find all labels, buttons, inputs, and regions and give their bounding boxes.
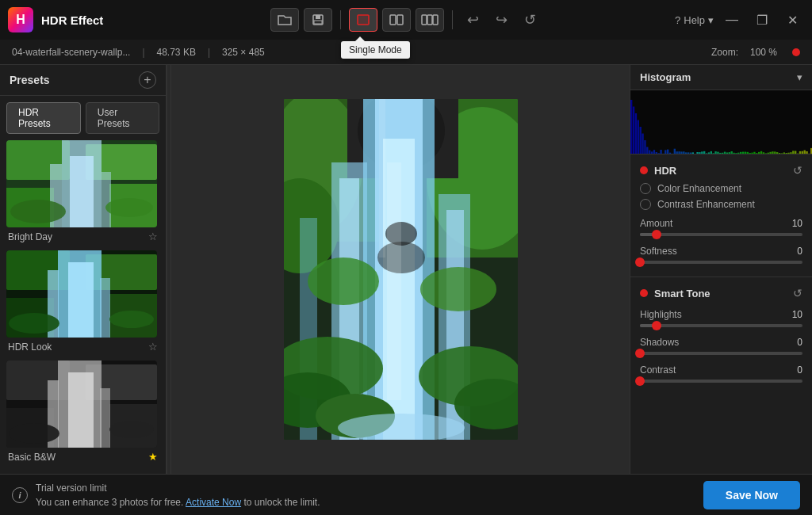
presets-header: Presets + [0, 65, 166, 96]
softness-label: Softness [640, 246, 677, 257]
preset-tabs: HDR Presets User Presets [0, 96, 166, 134]
contrast-slider-row: Contrast 0 [630, 361, 812, 389]
minimize-button[interactable]: — [720, 8, 744, 32]
activate-now-link[interactable]: Activate Now [186, 497, 241, 508]
open-folder-button[interactable] [270, 8, 299, 32]
preset-1-image [6, 140, 157, 227]
smart-tone-title: Smart Tone [654, 288, 710, 299]
split-mode-button[interactable] [382, 8, 411, 32]
redo-button[interactable]: ↪ [489, 8, 513, 32]
app-title: HDR Effect [41, 13, 103, 27]
svg-rect-26 [68, 262, 94, 338]
help-chevron-icon: ▾ [708, 14, 714, 26]
toolbar-separator [340, 10, 341, 29]
highlights-slider[interactable] [640, 324, 802, 327]
smart-tone-reset-button[interactable]: ↺ [793, 287, 802, 299]
maximize-button[interactable]: ❐ [750, 8, 774, 32]
hdr-reset-button[interactable]: ↺ [793, 164, 802, 177]
histogram-canvas [630, 90, 812, 154]
histogram-chevron-icon[interactable]: ▾ [797, 71, 802, 83]
reset-button[interactable]: ↺ [518, 8, 542, 32]
svg-point-40 [9, 423, 59, 444]
toolbar-separator-2 [452, 10, 453, 29]
color-enhancement-radio[interactable] [640, 183, 651, 194]
amount-slider[interactable] [640, 233, 802, 236]
preset-label: HDR Look ☆ [6, 338, 159, 354]
svg-point-41 [109, 421, 154, 438]
title-bar-center: ↩ ↪ ↺ [270, 8, 542, 32]
svg-rect-69 [379, 99, 385, 258]
amount-value: 10 [792, 218, 802, 229]
svg-rect-1 [316, 15, 320, 19]
contrast-enhancement-option[interactable]: Contrast Enhancement [640, 199, 802, 210]
svg-point-18 [10, 200, 66, 223]
svg-rect-4 [390, 15, 396, 25]
svg-point-19 [105, 198, 153, 217]
preset-label: Bright Day ☆ [6, 227, 159, 244]
preset-thumbnail [6, 250, 157, 338]
preset-label: Basic B&W ★ [6, 448, 159, 464]
contrast-enhancement-radio[interactable] [640, 199, 651, 210]
help-icon: ? [675, 14, 680, 26]
waterfall-svg [284, 99, 518, 440]
close-button[interactable]: ✕ [780, 8, 804, 32]
contrast-thumb[interactable] [635, 376, 645, 386]
svg-rect-37 [68, 372, 94, 448]
title-bar-right: ? Help ▾ — ❐ ✕ [675, 8, 804, 32]
svg-rect-39 [100, 388, 110, 448]
svg-point-29 [9, 313, 59, 334]
compare-mode-button[interactable] [416, 8, 444, 32]
color-enhancement-option[interactable]: Color Enhancement [640, 183, 802, 194]
list-item[interactable]: HDR Look ☆ [6, 250, 159, 354]
right-panel: Histogram ▾ HDR ↺ Color Enhancement [630, 65, 812, 474]
favorite-star-icon[interactable]: ★ [148, 451, 158, 463]
preset-thumbnail [6, 140, 157, 227]
svg-rect-5 [397, 15, 403, 25]
svg-rect-15 [70, 156, 94, 227]
favorite-star-icon[interactable]: ☆ [148, 341, 158, 353]
bottom-bar: i Trial version limit You can enhance 3 … [0, 474, 812, 515]
hdr-section-header: HDR ↺ [630, 161, 812, 183]
svg-rect-3 [358, 15, 369, 25]
title-bar: H HDR Effect [0, 0, 812, 40]
save-file-button[interactable] [304, 8, 332, 32]
contrast-slider[interactable] [640, 380, 802, 383]
softness-slider-row: Softness 0 [630, 242, 812, 270]
favorite-star-icon[interactable]: ☆ [148, 231, 158, 242]
filesize-label: 48.73 KB [157, 47, 196, 58]
shadows-label: Shadows [640, 337, 679, 348]
center-canvas[interactable] [171, 65, 630, 474]
presets-title: Presets [10, 74, 50, 86]
user-presets-tab[interactable]: User Presets [86, 102, 159, 134]
undo-button[interactable]: ↩ [461, 8, 485, 32]
single-mode-tooltip: Single Mode [341, 41, 410, 59]
trial-text: Trial version limit You can enhance 3 ph… [36, 481, 695, 509]
trial-line2: You can enhance 3 photos for free. Activ… [36, 495, 695, 509]
svg-rect-28 [100, 278, 110, 338]
amount-thumb[interactable] [652, 230, 661, 239]
shadows-thumb[interactable] [635, 349, 645, 358]
preset-list: Bright Day ☆ [0, 134, 166, 474]
svg-rect-2 [314, 21, 322, 24]
app-icon: H [8, 7, 33, 32]
zoom-dot [792, 48, 800, 56]
preset-2-image [6, 250, 157, 338]
softness-value: 0 [797, 246, 802, 257]
shadows-slider[interactable] [640, 352, 802, 355]
shadows-value: 0 [797, 337, 802, 348]
list-item[interactable]: Bright Day ☆ [6, 140, 159, 244]
softness-slider[interactable] [640, 261, 802, 264]
info-icon: i [12, 487, 28, 503]
histogram-title: Histogram [640, 71, 691, 83]
help-button[interactable]: ? Help ▾ [675, 14, 714, 26]
single-mode-button[interactable] [349, 8, 377, 32]
amount-slider-row: Amount 10 [630, 215, 812, 242]
hdr-presets-tab[interactable]: HDR Presets [6, 102, 81, 134]
save-now-button[interactable]: Save Now [703, 481, 800, 509]
softness-thumb[interactable] [635, 258, 645, 267]
contrast-label: Contrast [640, 364, 676, 376]
main-content: Presets + HDR Presets User Presets [0, 65, 812, 474]
highlights-thumb[interactable] [652, 321, 661, 330]
add-preset-button[interactable]: + [139, 71, 156, 89]
list-item[interactable]: Basic B&W ★ [6, 360, 159, 464]
